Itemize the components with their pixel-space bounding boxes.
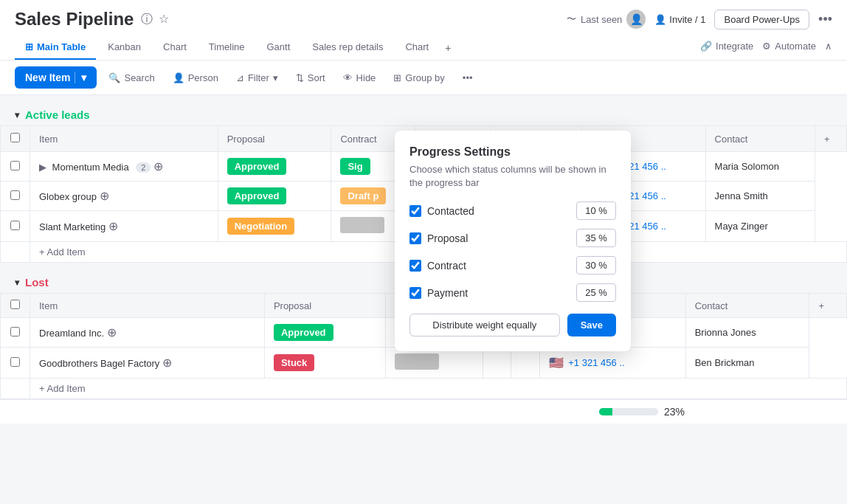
more-toolbar-button[interactable]: ••• — [457, 69, 479, 87]
proposal-checkbox[interactable] — [409, 232, 421, 244]
contract-label[interactable]: Contract — [409, 260, 576, 272]
add-item-label-lost[interactable]: + Add Item — [30, 379, 847, 399]
main-content: ▾ Active leads Item Proposal Contract Pa… — [0, 95, 847, 490]
contract-checkbox[interactable] — [409, 260, 421, 272]
status-negotiation-slant: Negotiation — [227, 218, 295, 235]
tab-main-table[interactable]: ⊞ Main Table — [15, 35, 96, 60]
add-item-row-lost[interactable]: + Add Item — [1, 379, 847, 399]
popup-actions: Distribute weight equally Save — [409, 314, 616, 336]
add-subitem-globex[interactable]: ⊕ — [100, 190, 109, 202]
popup-description: Choose which status columns will be show… — [409, 163, 616, 190]
row-contact-momentum: Maria Solomon — [705, 152, 815, 182]
row-proposal-dreamland: Approved — [264, 318, 385, 348]
row-progress-goodbrothers — [511, 348, 540, 379]
section-toggle-lost[interactable]: ▾ — [15, 277, 19, 288]
distribute-button[interactable]: Distribute weight equally — [409, 314, 560, 336]
col-contact-lost: Contact — [685, 294, 809, 318]
bottom-progress-label: 23% — [664, 406, 685, 418]
table-row: Goodbrothers Bagel Factory ⊕ Stuck 🇺🇸 +1… — [1, 348, 847, 379]
table-icon: ⊞ — [25, 41, 33, 52]
new-item-button[interactable]: New Item ▾ — [15, 66, 97, 89]
expand-momentum[interactable]: ▶ — [39, 162, 46, 173]
tab-sales-rep[interactable]: Sales rep details — [302, 35, 393, 60]
payment-label[interactable]: Payment — [409, 287, 576, 299]
row-item-slant: Slant Marketing ⊕ — [30, 211, 218, 242]
filter-button[interactable]: ⊿ Filter ▾ — [230, 69, 284, 87]
row-contract-goodbrothers — [385, 348, 483, 379]
add-col-active[interactable]: + — [815, 126, 846, 152]
invite-button[interactable]: 👤 Invite / 1 — [654, 14, 705, 25]
row-contact-goodbrothers: Ben Brickman — [685, 348, 809, 379]
row-checkbox-dreamland[interactable] — [1, 318, 30, 348]
popup-title: Progress Settings — [409, 145, 616, 159]
person-filter-icon: 👤 — [173, 72, 184, 83]
automate-icon: ⚙ — [762, 41, 771, 52]
info-icon[interactable]: ⓘ — [141, 12, 153, 27]
save-button[interactable]: Save — [567, 314, 616, 336]
contract-percent-input[interactable] — [576, 256, 616, 275]
status-approved-momentum: Approved — [227, 158, 287, 175]
tab-kanban[interactable]: Kanban — [97, 35, 151, 60]
person-button[interactable]: 👤 Person — [167, 69, 224, 87]
group-by-button[interactable]: ⊞ Group by — [387, 69, 450, 87]
hide-button[interactable]: 👁 Hide — [337, 69, 382, 87]
col-select-all-lost[interactable] — [1, 294, 30, 318]
board-powerups-button[interactable]: Board Power-Ups — [714, 10, 809, 30]
row-payment-goodbrothers — [483, 348, 511, 379]
row-contact-dreamland: Brionna Jones — [685, 318, 809, 348]
toolbar: New Item ▾ 🔍 Search 👤 Person ⊿ Filter ▾ … — [0, 61, 847, 95]
payment-percent-input[interactable] — [576, 283, 616, 302]
section-title-lost: Lost — [25, 276, 49, 289]
col-proposal-active: Proposal — [218, 126, 331, 152]
integrate-button[interactable]: 🔗 Integrate — [700, 41, 753, 52]
person-icon: 👤 — [654, 14, 666, 25]
automate-button[interactable]: ⚙ Automate — [762, 41, 816, 52]
col-item-active: Item — [30, 126, 218, 152]
tab-timeline[interactable]: Timeline — [198, 35, 255, 60]
col-item-lost: Item — [30, 294, 265, 318]
hide-icon: 👁 — [343, 72, 353, 83]
row-checkbox-slant[interactable] — [1, 211, 30, 242]
more-options-button[interactable]: ••• — [818, 12, 832, 27]
star-icon[interactable]: ☆ — [159, 12, 169, 27]
popup-row-proposal: Proposal — [409, 229, 616, 247]
row-checkbox-goodbrothers[interactable] — [1, 348, 30, 379]
search-button[interactable]: 🔍 Search — [103, 69, 160, 87]
proposal-percent-input[interactable] — [576, 229, 616, 247]
contacted-checkbox[interactable] — [409, 205, 421, 217]
header-right: 〜 Last seen 👤 👤 Invite / 1 Board Power-U… — [567, 10, 832, 30]
col-select-all-active[interactable] — [1, 126, 30, 152]
select-all-checkbox-lost[interactable] — [10, 300, 20, 309]
status-approved-globex: Approved — [227, 187, 287, 204]
search-icon: 🔍 — [108, 72, 120, 83]
tab-gantt[interactable]: Gantt — [257, 35, 301, 60]
tab-chart2[interactable]: Chart — [395, 35, 439, 60]
collapse-tabs-button[interactable]: ∧ — [825, 41, 832, 52]
select-all-checkbox-active[interactable] — [10, 133, 20, 142]
add-subitem-dreamland[interactable]: ⊕ — [107, 326, 117, 339]
add-subitem-goodbrothers[interactable]: ⊕ — [162, 356, 172, 369]
row-checkbox-momentum[interactable] — [1, 152, 30, 182]
filter-chevron-icon: ▾ — [273, 72, 278, 83]
avatar: 👤 — [626, 10, 646, 29]
row-checkbox-globex[interactable] — [1, 182, 30, 211]
add-tab-button[interactable]: + — [440, 36, 455, 60]
add-col-lost[interactable]: + — [809, 294, 847, 318]
proposal-label[interactable]: Proposal — [409, 232, 576, 244]
section-header-active: ▾ Active leads — [0, 104, 847, 125]
row-contact-globex: Jenna Smith — [705, 182, 815, 211]
sort-button[interactable]: ⇅ Sort — [290, 69, 331, 87]
section-toggle-active[interactable]: ▾ — [15, 110, 19, 120]
add-subitem-slant[interactable]: ⊕ — [108, 220, 118, 232]
popup-row-payment: Payment — [409, 283, 616, 302]
contacted-percent-input[interactable] — [576, 201, 616, 220]
tab-chart1[interactable]: Chart — [153, 35, 197, 60]
status-draft-globex: Draft p — [340, 187, 386, 204]
progress-settings-popup: Progress Settings Choose which status co… — [395, 131, 631, 351]
row-item-dreamland: Dreamland Inc. ⊕ — [30, 318, 265, 348]
row-item-globex: Globex group ⊕ — [30, 182, 218, 211]
contacted-label[interactable]: Contacted — [409, 205, 576, 217]
payment-checkbox[interactable] — [409, 287, 421, 299]
add-subitem-momentum[interactable]: ⊕ — [153, 160, 163, 173]
bottom-progress: 23% — [599, 406, 685, 418]
